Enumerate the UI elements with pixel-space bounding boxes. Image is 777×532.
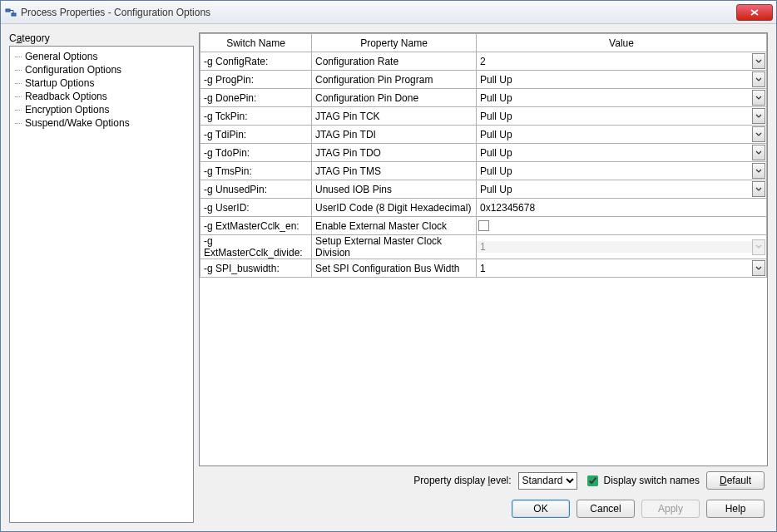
col-header-switch[interactable]: Switch Name	[200, 34, 312, 52]
switch-cell: -g TdoPin:	[200, 144, 312, 162]
app-icon	[4, 6, 17, 19]
value-text: 1	[477, 241, 752, 253]
category-item[interactable]: General Options	[12, 50, 191, 63]
value-cell[interactable]	[477, 217, 767, 235]
value-text: Pull Up	[477, 111, 752, 122]
table-row: -g TckPin:JTAG Pin TCKPull Up	[200, 107, 767, 126]
col-header-value[interactable]: Value	[477, 34, 767, 52]
property-cell: JTAG Pin TDI	[312, 126, 477, 144]
table-row: -g UserID:UserID Code (8 Digit Hexadecim…	[200, 199, 767, 217]
category-panel: Category General OptionsConfiguration Op…	[9, 32, 194, 523]
dropdown-button[interactable]	[752, 163, 765, 179]
table-row: -g TmsPin:JTAG Pin TMSPull Up	[200, 162, 767, 180]
category-item[interactable]: Readback Options	[12, 90, 191, 103]
ok-button[interactable]: OK	[512, 500, 570, 518]
dropdown-button	[752, 239, 765, 255]
value-cell[interactable]: Pull Up	[477, 162, 767, 180]
value-text: Pull Up	[477, 165, 752, 177]
footer-row-2: OK Cancel Apply Help	[199, 495, 768, 523]
table-row: -g ExtMasterCclk_divide:Setup External M…	[200, 235, 767, 259]
dropdown-button[interactable]	[752, 145, 765, 160]
grid-empty-area	[200, 278, 767, 466]
table-row: -g ConfigRate:Configuration Rate2	[200, 52, 767, 71]
svg-rect-0	[6, 9, 10, 12]
switch-cell: -g UserID:	[200, 199, 312, 217]
property-cell: UserID Code (8 Digit Hexadecimal)	[312, 199, 477, 217]
value-cell[interactable]: Pull Up	[477, 180, 767, 199]
value-cell[interactable]: 1	[477, 235, 767, 259]
value-text[interactable]: 0x12345678	[477, 202, 766, 214]
dropdown-button[interactable]	[752, 53, 765, 69]
category-item[interactable]: Encryption Options	[12, 103, 191, 116]
category-item[interactable]: Configuration Options	[12, 63, 191, 76]
category-item[interactable]: Startup Options	[12, 76, 191, 90]
category-tree[interactable]: General OptionsConfiguration OptionsStar…	[9, 46, 194, 523]
property-cell: Setup External Master Clock Division	[312, 235, 477, 259]
col-header-property[interactable]: Property Name	[312, 34, 477, 52]
switch-cell: -g TmsPin:	[200, 162, 312, 180]
table-row: -g ProgPin:Configuration Pin ProgramPull…	[200, 71, 767, 89]
display-level-label: Property display level:	[413, 475, 511, 486]
display-level-select[interactable]: Standard	[518, 472, 577, 490]
value-checkbox[interactable]	[478, 220, 489, 231]
switch-cell: -g SPI_buswidth:	[200, 259, 312, 278]
category-label: Category	[9, 32, 194, 44]
properties-panel: Switch Name Property Name Value -g Confi…	[199, 32, 768, 523]
close-button[interactable]	[736, 4, 773, 21]
value-cell[interactable]: Pull Up	[477, 107, 767, 126]
value-text: Pull Up	[477, 92, 752, 104]
titlebar: Process Properties - Configuration Optio…	[1, 1, 776, 24]
value-cell[interactable]: 2	[477, 52, 767, 71]
property-cell: Unused IOB Pins	[312, 180, 477, 199]
dropdown-button[interactable]	[752, 71, 765, 87]
value-cell[interactable]: Pull Up	[477, 144, 767, 162]
switch-cell: -g TdiPin:	[200, 126, 312, 144]
dropdown-button[interactable]	[752, 108, 765, 124]
content-area: Category General OptionsConfiguration Op…	[1, 24, 776, 531]
value-cell[interactable]: Pull Up	[477, 89, 767, 107]
value-cell[interactable]: 0x12345678	[477, 199, 767, 217]
dropdown-button[interactable]	[752, 90, 765, 106]
default-button[interactable]: Default	[706, 471, 765, 490]
dropdown-button[interactable]	[752, 126, 765, 142]
switch-cell: -g ExtMasterCclk_en:	[200, 217, 312, 235]
value-text: 1	[477, 263, 752, 274]
dropdown-button[interactable]	[752, 181, 765, 197]
property-cell: JTAG Pin TCK	[312, 107, 477, 126]
value-text: 2	[477, 56, 752, 67]
display-switch-names-toggle[interactable]: Display switch names	[584, 473, 700, 489]
property-cell: JTAG Pin TDO	[312, 144, 477, 162]
process-properties-window: Process Properties - Configuration Optio…	[0, 0, 777, 532]
switch-cell: -g ProgPin:	[200, 71, 312, 89]
table-row: -g SPI_buswidth:Set SPI Configuration Bu…	[200, 259, 767, 278]
table-row: -g TdiPin:JTAG Pin TDIPull Up	[200, 126, 767, 144]
window-title: Process Properties - Configuration Optio…	[21, 7, 736, 18]
table-row: -g ExtMasterCclk_en:Enable External Mast…	[200, 217, 767, 235]
value-cell[interactable]: Pull Up	[477, 71, 767, 89]
property-cell: Set SPI Configuration Bus Width	[312, 259, 477, 278]
display-switch-names-checkbox[interactable]	[587, 475, 598, 486]
value-text: Pull Up	[477, 129, 752, 140]
apply-button[interactable]: Apply	[641, 500, 700, 518]
property-cell: Configuration Rate	[312, 52, 477, 71]
display-switch-names-label: Display switch names	[604, 475, 700, 486]
value-cell[interactable]: 1	[477, 259, 767, 278]
switch-cell: -g DonePin:	[200, 89, 312, 107]
cancel-button[interactable]: Cancel	[577, 500, 635, 518]
table-row: -g DonePin:Configuration Pin DonePull Up	[200, 89, 767, 107]
switch-cell: -g UnusedPin:	[200, 180, 312, 199]
property-cell: Configuration Pin Program	[312, 71, 477, 89]
properties-grid-wrap: Switch Name Property Name Value -g Confi…	[199, 32, 768, 466]
category-item[interactable]: Suspend/Wake Options	[12, 116, 191, 130]
switch-cell: -g ExtMasterCclk_divide:	[200, 235, 312, 259]
help-button[interactable]: Help	[706, 500, 765, 518]
property-cell: Enable External Master Clock	[312, 217, 477, 235]
value-text: Pull Up	[477, 147, 752, 159]
switch-cell: -g ConfigRate:	[200, 52, 312, 71]
property-cell: JTAG Pin TMS	[312, 162, 477, 180]
properties-grid: Switch Name Property Name Value -g Confi…	[200, 33, 767, 278]
value-cell[interactable]: Pull Up	[477, 126, 767, 144]
value-text: Pull Up	[477, 74, 752, 86]
table-row: -g TdoPin:JTAG Pin TDOPull Up	[200, 144, 767, 162]
dropdown-button[interactable]	[752, 260, 765, 276]
